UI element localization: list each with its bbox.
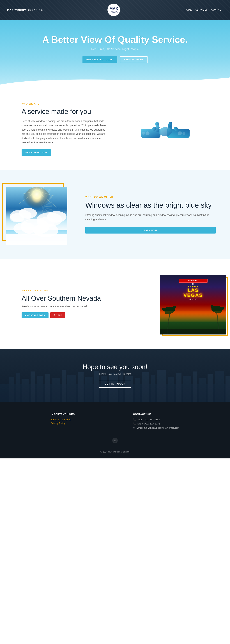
svg-point-15: [142, 132, 145, 135]
who-body: Here at Max Window Cleaning, we are a fa…: [22, 119, 108, 145]
logo-circle: MAX WINDOW CLEANING: [108, 4, 120, 16]
svg-rect-45: [160, 329, 226, 334]
services-label: WHAT DO WE OFFER: [85, 196, 216, 198]
services-body: Offering traditional window cleaning ins…: [85, 213, 216, 222]
las-vegas-image: WELCOME TO Fabulous LAS VEGAS NEVADA: [160, 275, 226, 334]
location-body: Reach out to us on our contact form or c…: [22, 305, 140, 308]
phone-icon-marc: 📞: [133, 422, 136, 425]
footer-bottom: © 2024 Max Window Cleaning: [22, 447, 208, 453]
footer-links-heading: IMPORTANT LINKS: [51, 413, 75, 416]
footer-contact-heading: CONTACT US!: [133, 413, 179, 416]
who-get-started-button[interactable]: GET STARTED NOW: [22, 149, 52, 156]
hero-subheadline: Real Time, Old Service, Right People: [7, 48, 223, 51]
cta-subheading: Leave Us A Review On Yelp!: [7, 372, 223, 376]
brand-text: MAX WINDOW CLEANING: [7, 8, 43, 11]
yelp-button[interactable]: ✪ YELP: [50, 312, 65, 318]
nav: HOME SERVICES CONTACT: [184, 8, 223, 11]
services-section: WHAT DO WE OFFER Windows as clear as the…: [0, 170, 230, 259]
contact-form-button[interactable]: ✔ CONTACT FORM: [22, 312, 48, 318]
nav-contact[interactable]: CONTACT: [211, 8, 223, 11]
find-out-more-button[interactable]: FIND OUT MORE: [120, 56, 148, 63]
services-heading: Windows as clear as the bright blue sky: [85, 201, 216, 210]
logo-sub-text: WINDOW CLEANING: [108, 10, 120, 13]
location-label: WHERE TO FIND US: [22, 290, 140, 292]
cta-section: Hope to see you soon! Leave Us A Review …: [0, 349, 230, 402]
svg-point-32: [14, 222, 35, 235]
header: MAX WINDOW CLEANING MAX WINDOW CLEANING …: [0, 0, 230, 20]
location-buttons: ✔ CONTACT FORM ✪ YELP: [22, 312, 140, 318]
copyright-text: © 2024 Max Window Cleaning: [100, 450, 130, 453]
nav-services[interactable]: SERVICES: [195, 8, 208, 11]
hero-buttons: GET STARTED TODAY! FIND OUT MORE: [7, 56, 223, 63]
svg-point-27: [10, 213, 24, 222]
hero-headline: A Better View Of Quality Service.: [7, 34, 223, 45]
location-content: WHERE TO FIND US All Over Southern Nevad…: [0, 270, 154, 338]
contact-marc: 📞 Marc: (702) 517-8732: [133, 422, 179, 425]
contact-email: ✉ Email: maxwindowcleaninglv@gmail.com: [133, 426, 179, 429]
cta-content: Hope to see you soon! Leave Us A Review …: [7, 363, 223, 388]
location-heading: All Over Southern Nevada: [22, 294, 140, 302]
lv-svg-overlay: [160, 275, 226, 334]
hero-section: A Better View Of Quality Service. Real T…: [0, 20, 230, 84]
footer-contact-col: CONTACT US! 📞 Juan: (702) 857-0352 📞 Mar…: [133, 413, 179, 430]
privacy-link[interactable]: Privacy Policy: [51, 422, 75, 424]
services-sky-image: [6, 187, 68, 245]
cta-heading: Hope to see you soon!: [7, 363, 223, 371]
services-content: WHAT DO WE OFFER Windows as clear as the…: [71, 181, 230, 248]
svg-rect-75: [226, 376, 230, 402]
svg-point-16: [182, 132, 185, 135]
who-heading: A service made for you: [22, 108, 108, 116]
footer-links-col: IMPORTANT LINKS Terms & Conditions Priva…: [51, 413, 75, 430]
svg-rect-46: [160, 311, 226, 322]
footer-chevron: ▲: [22, 438, 208, 443]
who-label: WHO WE ARE: [22, 102, 108, 105]
scroll-top-button[interactable]: ▲: [112, 438, 118, 443]
location-section: WHERE TO FIND US All Over Southern Nevad…: [0, 259, 230, 349]
contact-juan: 📞 Juan: (702) 857-0352: [133, 418, 179, 421]
learn-more-button[interactable]: LEARN MORE!: [85, 227, 216, 234]
who-section: WHO WE ARE A service made for you Here a…: [0, 84, 230, 170]
terms-link[interactable]: Terms & Conditions: [51, 418, 75, 421]
get-started-button[interactable]: GET STARTED TODAY!: [82, 56, 117, 63]
location-image-wrap: WELCOME TO Fabulous LAS VEGAS NEVADA: [154, 270, 230, 338]
svg-rect-34: [6, 234, 68, 245]
email-icon: ✉: [133, 426, 135, 429]
footer-main: IMPORTANT LINKS Terms & Conditions Priva…: [22, 413, 208, 430]
nav-home[interactable]: HOME: [184, 8, 192, 11]
svg-point-13: [146, 131, 150, 135]
services-image-wrap: [0, 181, 71, 248]
svg-point-12: [159, 127, 172, 136]
logo-main-text: MAX: [110, 7, 118, 10]
who-image: [122, 113, 208, 146]
sky-svg: [6, 187, 68, 245]
footer: IMPORTANT LINKS Terms & Conditions Priva…: [0, 402, 230, 458]
handshake-icon: [140, 113, 190, 146]
phone-icon-juan: 📞: [133, 418, 136, 421]
logo-center: MAX WINDOW CLEANING: [108, 4, 120, 16]
hero-wave: [0, 74, 230, 84]
get-in-touch-button[interactable]: GET IN TOUCH: [99, 380, 131, 388]
who-content: WHO WE ARE A service made for you Here a…: [22, 102, 108, 156]
svg-point-14: [178, 131, 182, 135]
